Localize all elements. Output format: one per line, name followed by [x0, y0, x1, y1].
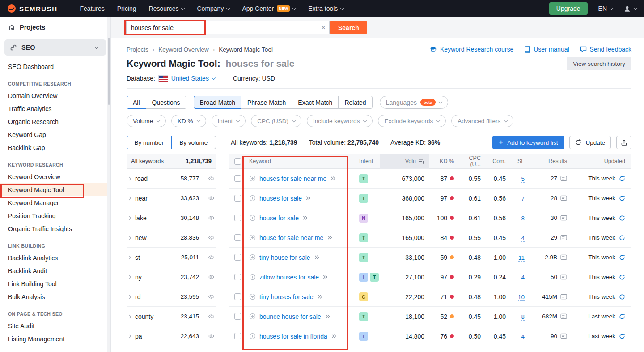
- serp-features-icon[interactable]: [560, 235, 567, 240]
- group-row-road[interactable]: road58,777: [127, 169, 216, 189]
- languages-dropdown[interactable]: Languages beta: [380, 96, 448, 109]
- keyword-link[interactable]: houses for sale: [259, 195, 302, 202]
- serp-features-icon[interactable]: [560, 195, 567, 201]
- column-header-com[interactable]: Com.: [485, 158, 510, 164]
- sidebar-item-organic-research[interactable]: Organic Research: [0, 115, 110, 128]
- scrollbar-thumb[interactable]: [108, 38, 110, 105]
- sidebar-item-backlink-audit[interactable]: Backlink Audit: [0, 264, 110, 277]
- search-button[interactable]: Search: [330, 21, 367, 34]
- nav-item-pricing[interactable]: Pricing: [117, 5, 136, 12]
- filter-exclude-keywords[interactable]: Exclude keywords: [378, 115, 446, 127]
- eye-icon[interactable]: [208, 234, 215, 241]
- sidebar-item-listing-management[interactable]: Listing Management: [0, 332, 110, 345]
- refresh-icon[interactable]: [619, 274, 625, 280]
- group-row-ny[interactable]: ny23,742: [127, 267, 216, 287]
- group-row-new[interactable]: new28,836: [127, 228, 216, 248]
- sidebar-item-backlink-gap[interactable]: Backlink Gap: [0, 141, 110, 154]
- view-search-history-button[interactable]: View search history: [567, 57, 631, 70]
- sf-link[interactable]: 10: [518, 294, 525, 301]
- refresh-icon[interactable]: [619, 215, 625, 221]
- tab-phrase-match[interactable]: Phrase Match: [241, 96, 292, 109]
- eye-icon[interactable]: [208, 293, 215, 300]
- keyword-link[interactable]: tiny houses for sale: [259, 293, 314, 300]
- nav-item-app-center[interactable]: App CenterNEW: [242, 5, 296, 12]
- sidebar-item-bulk-analysis[interactable]: Bulk Analysis: [0, 290, 110, 303]
- sidebar-item-seo-dashboard[interactable]: SEO Dashboard: [0, 60, 110, 73]
- group-row-rd[interactable]: rd23,595: [127, 287, 216, 307]
- refresh-icon[interactable]: [619, 176, 625, 182]
- double-chevron-icon[interactable]: [325, 314, 330, 319]
- nav-item-resources[interactable]: Resources: [149, 5, 185, 12]
- circle-plus-icon[interactable]: [249, 274, 256, 280]
- double-chevron-icon[interactable]: [331, 334, 337, 339]
- user-manual-link[interactable]: User manual: [524, 46, 569, 53]
- sidebar-item-domain-overview[interactable]: Domain Overview: [0, 89, 110, 102]
- keyword-research-course-link[interactable]: Keyword Research course: [429, 46, 513, 53]
- eye-icon[interactable]: [208, 313, 215, 320]
- keyword-link[interactable]: house for sale: [259, 215, 299, 222]
- semrush-logo[interactable]: SEMRUSH: [7, 4, 58, 13]
- keyword-link[interactable]: houses for sale near me: [259, 175, 326, 182]
- refresh-icon[interactable]: [619, 313, 625, 320]
- sidebar-scrollbar[interactable]: [107, 17, 110, 352]
- refresh-icon[interactable]: [619, 254, 625, 261]
- double-chevron-icon[interactable]: [314, 255, 320, 260]
- circle-plus-icon[interactable]: [249, 175, 256, 182]
- double-chevron-icon[interactable]: [327, 235, 333, 240]
- sf-link[interactable]: 7: [521, 195, 525, 202]
- tab-related[interactable]: Related: [338, 96, 372, 109]
- column-header-results[interactable]: Results: [528, 158, 571, 164]
- sf-link[interactable]: 5: [521, 176, 525, 183]
- tab-questions[interactable]: Questions: [146, 96, 186, 109]
- column-header-volume[interactable]: Volu: [380, 154, 429, 169]
- keyword-link[interactable]: tiny house for sale: [259, 254, 310, 261]
- nav-item-extra-tools[interactable]: Extra tools: [308, 5, 343, 12]
- sidebar-item-backlink-analytics[interactable]: Backlink Analytics: [0, 251, 110, 264]
- serp-features-icon[interactable]: [560, 176, 567, 181]
- sf-link[interactable]: 4: [521, 333, 525, 340]
- eye-icon[interactable]: [208, 274, 215, 280]
- column-header-updated[interactable]: Updated: [571, 158, 631, 164]
- breadcrumb-projects[interactable]: Projects: [127, 46, 148, 53]
- row-checkbox[interactable]: [234, 313, 241, 320]
- serp-features-icon[interactable]: [560, 254, 567, 260]
- sidebar-item-traffic-analytics[interactable]: Traffic Analytics: [0, 102, 110, 115]
- sf-link[interactable]: 4: [521, 235, 525, 242]
- select-all-checkbox[interactable]: [234, 158, 241, 165]
- serp-features-icon[interactable]: [560, 215, 567, 221]
- row-checkbox[interactable]: [234, 293, 241, 300]
- refresh-icon[interactable]: [619, 333, 625, 339]
- filter-advanced-filters[interactable]: Advanced filters: [451, 115, 513, 127]
- tab-exact-match[interactable]: Exact Match: [292, 96, 339, 109]
- double-chevron-icon[interactable]: [317, 294, 323, 299]
- filter-cpc-usd[interactable]: CPC (USD): [251, 115, 301, 127]
- search-input[interactable]: [126, 21, 330, 34]
- filter-include-keywords[interactable]: Include keywords: [307, 115, 373, 127]
- sidebar-item-site-audit[interactable]: Site Audit: [0, 319, 110, 332]
- eye-icon[interactable]: [208, 195, 215, 202]
- sidebar-item-projects[interactable]: Projects: [0, 17, 110, 38]
- row-checkbox[interactable]: [234, 274, 241, 280]
- serp-features-icon[interactable]: [560, 274, 567, 280]
- send-feedback-link[interactable]: Send feedback: [580, 46, 631, 53]
- serp-features-icon[interactable]: [560, 294, 567, 300]
- clear-search-icon[interactable]: ×: [321, 23, 326, 32]
- double-chevron-icon[interactable]: [302, 215, 308, 220]
- group-row-county[interactable]: county23,415: [127, 307, 216, 326]
- filter-volume[interactable]: Volume: [127, 115, 166, 127]
- row-checkbox[interactable]: [234, 175, 241, 182]
- refresh-icon[interactable]: [619, 294, 625, 300]
- refresh-icon[interactable]: [619, 235, 625, 241]
- database-selector[interactable]: United States: [171, 75, 209, 82]
- column-header-kd[interactable]: KD %: [429, 158, 458, 164]
- sidebar-item-keyword-magic-tool[interactable]: Keyword Magic Tool: [0, 183, 110, 196]
- keyword-link[interactable]: house for sale near me: [259, 234, 323, 241]
- double-chevron-icon[interactable]: [330, 176, 336, 181]
- sidebar-item-keyword-manager[interactable]: Keyword Manager: [0, 196, 110, 209]
- sf-link[interactable]: 8: [521, 215, 525, 222]
- keyword-link[interactable]: bounce house for sale: [259, 313, 321, 320]
- sidebar-item-keyword-gap[interactable]: Keyword Gap: [0, 128, 110, 141]
- group-row-lake[interactable]: lake30,148: [127, 208, 216, 228]
- sidebar-item-position-tracking[interactable]: Position Tracking: [0, 209, 110, 222]
- row-checkbox[interactable]: [234, 234, 241, 241]
